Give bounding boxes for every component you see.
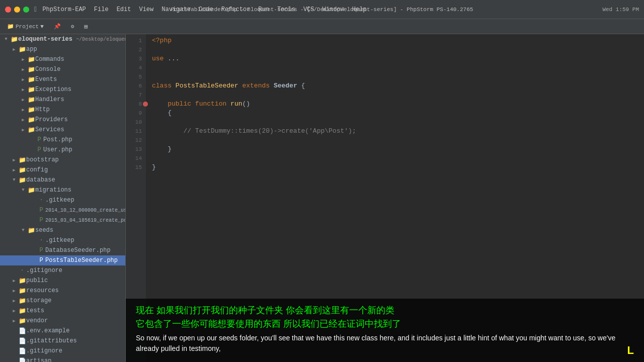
tree-label-http: Http (35, 106, 50, 113)
tree-item-create-posts[interactable]: ▶ P 2015_03_04_185619_create_posts_table… (0, 215, 125, 225)
menu-phpstorm[interactable]: PhpStorm-EAP (42, 6, 86, 13)
tree-item-http[interactable]: ▶ 📁 Http (0, 105, 125, 115)
code-indent (152, 100, 168, 109)
chevron-right-icon: ▶ (19, 77, 27, 82)
code-line: } (152, 163, 638, 172)
method-run: run (230, 100, 242, 109)
keyword-use: use (152, 54, 164, 63)
menu-file[interactable]: File (94, 6, 109, 13)
tree-item-config[interactable]: ▶ 📁 config (0, 165, 125, 175)
tree-item-gitkeep-migrations[interactable]: ▶ · .gitkeep (0, 195, 125, 205)
layout-icon[interactable]: ▤ (81, 22, 91, 31)
chevron-right-icon: ▶ (10, 167, 18, 173)
settings-icon[interactable]: ⚙ (68, 22, 77, 31)
chevron-right-icon: ▶ (10, 288, 18, 294)
folder-icon: 📁 (18, 277, 26, 285)
tree-item-gitignore[interactable]: ▶ 📄 .gitignore (0, 346, 125, 356)
tree-item-resources[interactable]: ▶ 📁 resources (0, 286, 125, 296)
class-name: PostsTableSeeder (176, 81, 238, 90)
tree-item-posts-seeder[interactable]: ▶ P PostsTableSeeder.php (0, 255, 125, 265)
maximize-button[interactable] (23, 7, 29, 13)
code-line: } (152, 145, 638, 154)
tree-item-services[interactable]: ▶ 📁 Services (0, 125, 125, 135)
folder-icon: 📁 (27, 187, 35, 194)
menu-view[interactable]: View (139, 6, 153, 13)
tree-item-seeds[interactable]: ▼ 📁 seeds (0, 225, 125, 235)
minimize-button[interactable] (14, 7, 20, 13)
tree-item-bootstrap[interactable]: ▶ 📁 bootstrap (0, 155, 125, 165)
file-icon: 📄 (18, 357, 26, 363)
tree-item-tests[interactable]: ▶ 📁 tests (0, 306, 125, 316)
ellipsis: ... (168, 54, 179, 63)
folder-icon: 📁 (18, 156, 26, 164)
code-indent-deep (152, 127, 183, 136)
folder-icon: 📁 (27, 96, 35, 104)
tree-root[interactable]: ▼ 📁 eloquent-series ~/Desktop/eloquent-s… (0, 34, 125, 44)
folder-icon: 📁 (18, 176, 26, 184)
tree-item-database-seeder[interactable]: ▶ P DatabaseSeeder.php (0, 245, 125, 255)
php-tag: <?php (152, 36, 172, 45)
file-icon: 📄 (18, 337, 26, 345)
folder-icon: 📁 (18, 46, 26, 53)
tree-item-events[interactable]: ▶ 📁 Events (0, 74, 125, 84)
code-space (297, 81, 301, 90)
tree-item-providers[interactable]: ▶ 📁 Providers (0, 115, 125, 125)
tree-item-public[interactable]: ▶ 📁 public (0, 276, 125, 286)
tree-item-gitignore-db[interactable]: ▶ · .gitignore (0, 265, 125, 276)
code-line (152, 118, 638, 127)
folder-icon: 📁 (27, 106, 35, 114)
folder-icon: 📁 (7, 23, 14, 30)
tree-item-user-php[interactable]: ▶ P User.php (0, 145, 125, 155)
tree-label-migrations: migrations (35, 187, 71, 194)
chevron-right-icon: ▶ (10, 298, 18, 304)
code-line (152, 90, 638, 100)
tree-label-vendor: vendor (26, 317, 48, 324)
code-space (191, 100, 195, 109)
chevron-right-icon: ▶ (10, 157, 18, 163)
project-dropdown[interactable]: 📁 Project ▼ (4, 22, 47, 31)
tree-item-env-example[interactable]: ▶ 📄 .env.example (0, 326, 125, 336)
code-line: use ... (152, 54, 638, 63)
tree-label-artisan: artisan (26, 357, 51, 362)
watermark: L (627, 344, 634, 357)
file-icon: 📄 (18, 327, 26, 335)
tree-item-console[interactable]: ▶ 📁 Console (0, 64, 125, 74)
tree-label-config: config (26, 166, 48, 173)
code-editor[interactable]: 1 2 3 4 5 6 7 8 9 10 11 12 13 14 15 <?ph… (126, 34, 644, 362)
tree-label-services: Services (35, 126, 64, 133)
subtitle-overlay: 现在 如果我们打开我们的种子文件夹 你会看到这里有一个新的类 它包含了一些你可能… (126, 299, 644, 362)
tree-item-create-users[interactable]: ▶ P 2014_10_12_000000_create_users_table… (0, 205, 125, 215)
menu-edit[interactable]: Edit (117, 6, 131, 13)
file-tree: ▼ 📁 eloquent-series ~/Desktop/eloquent-s… (0, 34, 126, 362)
tree-item-database[interactable]: ▼ 📁 database (0, 175, 125, 185)
close-brace: } (168, 145, 172, 154)
subtitle-english: So now, if we open up our seeds folder, … (136, 333, 634, 354)
base-class-name: Seeder (274, 81, 297, 90)
code-line (152, 72, 638, 81)
subtitle-chinese-line2: 它包含了一些你可能想要使用的东西 所以我们已经在证词中找到了 (136, 319, 401, 329)
php-file-icon: P (37, 247, 45, 254)
tree-item-gitattributes[interactable]: ▶ 📄 .gitattributes (0, 336, 125, 346)
tree-item-app[interactable]: ▶ 📁 app (0, 44, 125, 54)
tree-item-exceptions[interactable]: ▶ 📁 Exceptions (0, 84, 125, 95)
code-line: // TestDummy::times(20)->create('App\Pos… (152, 127, 638, 136)
close-button[interactable] (5, 7, 11, 13)
pin-icon[interactable]: 📌 (51, 22, 64, 31)
tree-label-posts-seeder: PostsTableSeeder.php (45, 257, 118, 264)
tree-item-post-php[interactable]: ▶ P Post.php (0, 135, 125, 145)
tree-item-vendor[interactable]: ▶ 📁 vendor (0, 316, 125, 326)
tree-item-migrations[interactable]: ▼ 📁 migrations (0, 185, 125, 195)
titlebar-right: Wed 1:59 PM (602, 7, 639, 13)
chevron-right-icon: ▶ (10, 308, 18, 314)
code-space (226, 100, 230, 109)
folder-icon: 📁 (18, 287, 26, 295)
tree-label-database-seeder: DatabaseSeeder.php (45, 247, 111, 254)
tree-label-bootstrap: bootstrap (26, 156, 59, 163)
tree-item-artisan[interactable]: ▶ 📄 artisan (0, 356, 125, 362)
tree-item-commands[interactable]: ▶ 📁 Commands (0, 54, 125, 64)
tree-item-handlers[interactable]: ▶ 📁 Handlers (0, 95, 125, 105)
tree-item-gitkeep-seeds[interactable]: ▶ · .gitkeep (0, 235, 125, 245)
root-label: eloquent-series ~/Desktop/eloquent-serie… (18, 36, 126, 43)
tree-item-storage[interactable]: ▶ 📁 storage (0, 296, 125, 306)
tree-label-handlers: Handlers (35, 96, 64, 103)
